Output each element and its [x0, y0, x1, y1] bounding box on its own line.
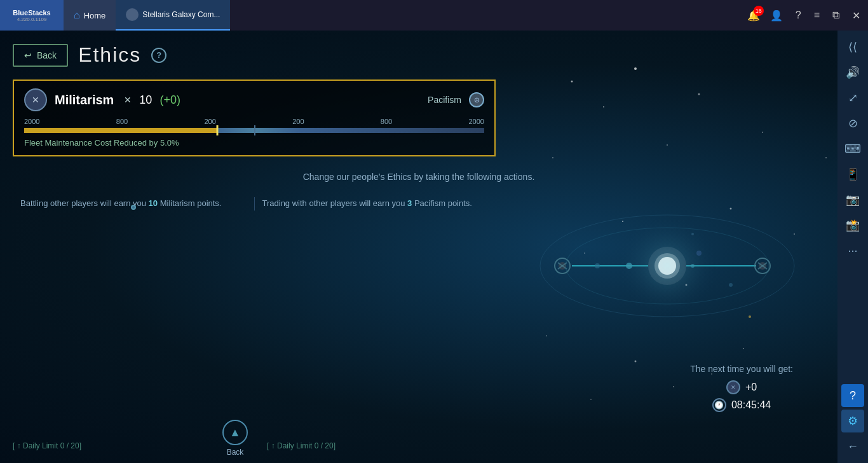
militarism-icon: ✕	[24, 88, 47, 111]
phone-btn[interactable]: 📱	[841, 163, 864, 186]
tab-home-label: Home	[84, 11, 106, 20]
question-btn[interactable]: ?	[841, 384, 864, 407]
crosshair-icon: ✕	[124, 95, 132, 105]
scale-2000-right: 2000	[468, 118, 484, 125]
game-area: ↩ Back Ethics ? ✕ Militarism ✕ 10 (+0) P…	[0, 31, 837, 463]
camera-rotate-btn[interactable]: 📷	[841, 188, 864, 211]
spectrum-center-line	[254, 125, 255, 135]
spectrum-fill	[24, 128, 217, 133]
description-text: Change our people's Ethics by taking the…	[13, 172, 825, 182]
militarism-small-icon: ✕	[726, 380, 740, 394]
scale-200-left: 200	[204, 118, 215, 125]
militarism-label: Militarism	[55, 93, 114, 107]
volume-btn[interactable]: 🔊	[841, 61, 864, 84]
pacifism-icon: ☮	[469, 92, 484, 107]
militarism-delta: (+0)	[159, 93, 180, 107]
settings-btn[interactable]: ⚙	[841, 410, 864, 432]
next-time-panel: The next time you will get: ✕ +0 🕐 08:45…	[690, 364, 793, 412]
scale-800-left: 800	[116, 118, 128, 125]
bottom-back-button[interactable]: ▲ Back	[222, 420, 248, 457]
page-header: ↩ Back Ethics ?	[13, 43, 825, 67]
divider-dot-left	[131, 205, 136, 210]
restore-icon[interactable]: ⧉	[830, 7, 842, 24]
action-column-right: Trading with other players will earn you…	[254, 197, 496, 211]
app-version: 4.220.0.1109	[17, 17, 47, 22]
bluestacks-logo: BlueStacks 4.220.0.1109	[0, 0, 64, 31]
spectrum-track	[24, 128, 484, 133]
bottom-back-label: Back	[227, 448, 244, 457]
help-button[interactable]: ?	[151, 48, 166, 63]
timer-row: 🕐 08:45:44	[690, 398, 793, 412]
pacifism-label: Pacifism	[428, 95, 461, 105]
fullscreen-btn[interactable]: ⤢	[841, 86, 864, 109]
back-label: Back	[37, 50, 57, 60]
right-sidebar: ⟨⟨ 🔊 ⤢ ⊘ ⌨ 📱 📷 📸 ··· ? ⚙ ←	[837, 31, 868, 463]
spectrum-labels: 2000 800 200 200 800 2000	[24, 118, 484, 125]
menu-icon[interactable]: ≡	[811, 7, 822, 24]
tab-stellaris-label: Stellaris Galaxy Com...	[142, 10, 220, 19]
help-icon[interactable]: ?	[793, 7, 804, 24]
back-circle-icon: ▲	[222, 420, 248, 445]
notification-count: 16	[754, 6, 764, 16]
next-time-title: The next time you will get:	[690, 364, 793, 374]
home-icon: ⌂	[74, 10, 80, 21]
action-right-highlight: 3	[407, 198, 412, 208]
ethics-card: ✕ Militarism ✕ 10 (+0) Pacifism ☮ 2000 8…	[13, 79, 496, 156]
militarism-score: 10	[139, 93, 152, 107]
profile-icon[interactable]: 👤	[768, 7, 785, 24]
app-name: BlueStacks	[13, 9, 50, 17]
more-btn[interactable]: ···	[841, 239, 864, 262]
stellaris-tab-icon	[126, 8, 139, 21]
scale-2000-left: 2000	[24, 118, 39, 125]
action-column-left: Battling other players will earn you 10 …	[13, 197, 254, 211]
titlebar: BlueStacks 4.220.0.1109 ⌂ Home Stellaris…	[0, 0, 868, 31]
expand-sidebar-btn[interactable]: ⟨⟨	[841, 36, 864, 59]
keyboard-btn[interactable]: ⌨	[841, 137, 864, 160]
tab-stellaris[interactable]: Stellaris Galaxy Com...	[116, 0, 230, 31]
clock-icon: 🕐	[712, 398, 726, 412]
titlebar-right: 🔔 16 👤 ? ≡ ⧉ ✕	[747, 7, 868, 24]
back-icon: ↩	[24, 50, 32, 60]
daily-limit-right: [ ↑ Daily Limit 0 / 20]	[267, 441, 336, 450]
close-icon[interactable]: ✕	[850, 7, 863, 24]
actions-container: Battling other players will earn you 10 …	[13, 197, 496, 211]
action-left-highlight: 10	[149, 198, 158, 208]
back-button[interactable]: ↩ Back	[13, 44, 68, 67]
screenshot-btn[interactable]: 📸	[841, 214, 864, 237]
scale-800-right: 800	[381, 118, 392, 125]
spectrum-cursor	[217, 125, 219, 135]
timer-value: 08:45:44	[731, 399, 771, 411]
ethics-bonus: Fleet Maintenance Cost Reduced by 5.0%	[24, 138, 484, 148]
ban-btn[interactable]: ⊘	[841, 112, 864, 135]
spectrum-bar: 2000 800 200 200 800 2000	[24, 118, 484, 133]
help-icon-symbol: ?	[156, 50, 161, 60]
daily-limit-left: [ ↑ Daily Limit 0 / 20]	[13, 441, 81, 450]
page-title: Ethics	[78, 43, 141, 67]
ethics-header: ✕ Militarism ✕ 10 (+0) Pacifism ☮	[24, 88, 484, 111]
tab-home[interactable]: ⌂ Home	[64, 0, 116, 31]
next-time-value: +0	[745, 382, 757, 393]
scale-200-right: 200	[292, 118, 304, 125]
back-arrow-btn[interactable]: ←	[841, 435, 864, 458]
next-time-row: ✕ +0	[690, 380, 793, 394]
notification-bell[interactable]: 🔔 16	[747, 10, 760, 22]
action-right-text: Trading with other players will earn you…	[262, 197, 489, 211]
